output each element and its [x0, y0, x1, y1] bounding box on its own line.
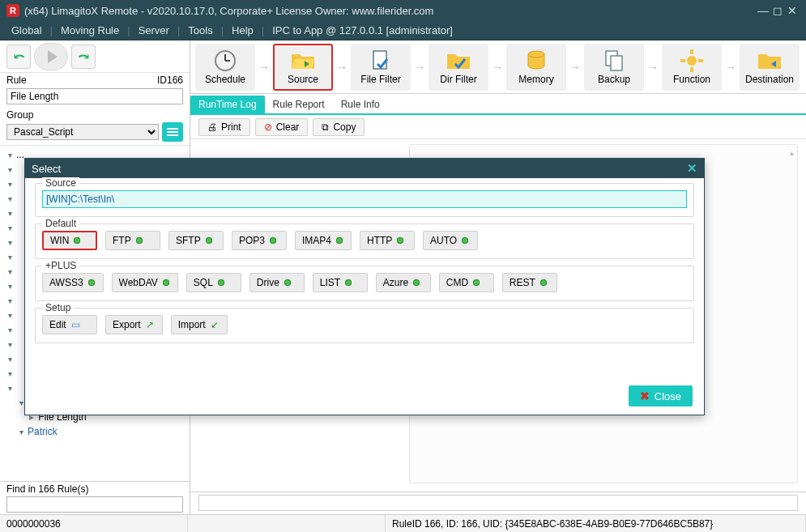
rule-id-label: ID166 — [157, 74, 183, 86]
tab-rule-info[interactable]: Rule Info — [333, 96, 388, 113]
menu-ipc[interactable]: IPC to App @ 127.0.0.1 [administrator] — [266, 24, 459, 36]
svg-rect-9 — [690, 49, 693, 54]
protocol-http-button[interactable]: HTTP — [360, 231, 415, 250]
edit-icon: ▭ — [71, 319, 80, 330]
menu-global[interactable]: Global — [5, 24, 49, 36]
tab-rule-report[interactable]: Rule Report — [265, 96, 333, 113]
status-dot-icon — [206, 237, 212, 244]
group-label: Group — [6, 109, 183, 121]
arrow-icon: → — [412, 61, 427, 74]
protocol-list-button[interactable]: LIST — [313, 273, 368, 292]
svg-rect-12 — [698, 59, 703, 62]
import-icon: ↙ — [211, 319, 219, 330]
close-x-icon: ✖ — [640, 389, 650, 402]
status-dot-icon — [163, 279, 169, 286]
protocol-webdav-button[interactable]: WebDAV — [112, 273, 178, 292]
dialog-close-button[interactable]: ✖Close — [629, 385, 693, 406]
redo-button[interactable]: ⤺ — [71, 45, 96, 69]
tool-source[interactable]: Source — [273, 44, 333, 91]
protocol-imap4-button[interactable]: IMAP4 — [295, 231, 352, 250]
tool-function[interactable]: Function — [662, 44, 722, 91]
app-icon: R — [6, 4, 19, 17]
setup-fieldset: Setup Edit▭ Export↗ Import↙ — [35, 308, 694, 343]
setup-edit-button[interactable]: Edit▭ — [42, 315, 97, 334]
source-path-input[interactable] — [42, 190, 687, 208]
protocol-drive-button[interactable]: Drive — [249, 273, 305, 292]
play-button[interactable] — [34, 43, 68, 70]
status-dot-icon — [74, 237, 80, 244]
rule-label: Rule — [6, 74, 157, 86]
scroll-up-icon[interactable]: ▴ — [790, 148, 794, 157]
tool-memory[interactable]: Memory — [506, 44, 566, 91]
status-dot-icon — [88, 279, 95, 286]
bottom-input-row — [190, 492, 806, 514]
protocol-win-button[interactable]: WIN — [42, 231, 97, 250]
arrow-icon: → — [257, 61, 271, 74]
rule-input[interactable] — [6, 88, 183, 104]
tool-destination[interactable]: Destination — [740, 44, 800, 91]
source-fieldset: Source — [35, 183, 694, 217]
protocol-rest-button[interactable]: REST — [502, 273, 557, 292]
menu-server[interactable]: Server — [132, 24, 176, 36]
menu-help[interactable]: Help — [225, 24, 260, 36]
default-legend: Default — [42, 218, 79, 229]
status-dot-icon — [270, 237, 276, 244]
status-counter: 0000000036 — [0, 515, 188, 532]
minimize-button[interactable]: — — [756, 4, 770, 17]
dialog-title: Select — [32, 163, 687, 175]
setup-export-button[interactable]: Export↗ — [105, 315, 163, 334]
window-title: (x64) LimagitoX Remote - v2020.10.17.0, … — [24, 5, 756, 17]
status-dot-icon — [462, 237, 468, 244]
setup-import-button[interactable]: Import↙ — [171, 315, 228, 334]
maximize-button[interactable]: ◻ — [770, 4, 785, 17]
find-label: Find in 166 Rule(s) — [6, 483, 183, 495]
status-dot-icon — [540, 279, 547, 286]
protocol-auto-button[interactable]: AUTO — [423, 231, 478, 250]
source-legend: Source — [42, 177, 79, 189]
tab-runtime-log[interactable]: RunTime Log — [190, 96, 265, 113]
tree-node-patrick[interactable]: ▾Patrick — [0, 424, 190, 439]
status-dot-icon — [413, 279, 420, 286]
protocol-sql-button[interactable]: SQL — [186, 273, 241, 292]
status-dot-icon — [136, 237, 143, 244]
group-select[interactable]: Pascal_Script — [6, 124, 159, 140]
group-list-button[interactable] — [162, 122, 183, 142]
clear-button[interactable]: ⊘Clear — [255, 118, 309, 136]
plus-legend: +PLUS — [42, 260, 79, 271]
find-input[interactable] — [6, 496, 183, 513]
folder-open-icon — [290, 49, 316, 72]
close-window-button[interactable]: ✕ — [785, 4, 800, 17]
menu-moving-rule[interactable]: Moving Rule — [54, 24, 126, 36]
print-button[interactable]: 🖨Print — [198, 118, 250, 136]
bottom-input[interactable] — [198, 495, 798, 511]
tool-backup[interactable]: Backup — [584, 44, 644, 91]
svg-rect-11 — [680, 59, 685, 62]
gear-icon — [679, 49, 705, 72]
log-toolbar: 🖨Print ⊘Clear ⧉Copy — [190, 115, 806, 139]
copy-button[interactable]: ⧉Copy — [313, 118, 365, 136]
media-controls: ⤺ ⤺ — [0, 40, 190, 73]
tool-file-filter[interactable]: File Filter — [351, 44, 411, 91]
protocol-cmd-button[interactable]: CMD — [439, 273, 494, 292]
menu-tools[interactable]: Tools — [181, 24, 219, 36]
dialog-close-icon[interactable]: ✕ — [687, 161, 697, 176]
svg-rect-10 — [690, 67, 693, 72]
protocol-azure-button[interactable]: Azure — [376, 273, 431, 292]
tab-row: RunTime Log Rule Report Rule Info — [190, 94, 806, 115]
protocol-ftp-button[interactable]: FTP — [105, 231, 160, 250]
tool-dir-filter[interactable]: Dir Filter — [429, 44, 488, 91]
protocol-awss3-button[interactable]: AWSS3 — [42, 273, 104, 292]
setup-legend: Setup — [42, 302, 74, 313]
status-dot-icon — [473, 279, 480, 286]
status-dot-icon — [284, 279, 291, 286]
protocol-sftp-button[interactable]: SFTP — [168, 231, 224, 250]
arrow-icon: → — [646, 61, 660, 74]
undo-button[interactable]: ⤺ — [6, 45, 31, 69]
status-dot-icon — [218, 279, 224, 286]
dialog-titlebar[interactable]: Select ✕ — [25, 159, 704, 178]
protocol-pop3-button[interactable]: POP3 — [232, 231, 287, 250]
clear-icon: ⊘ — [264, 121, 272, 133]
statusbar: 0000000036 RuleID 166, ID: 166, UID: {34… — [0, 514, 806, 532]
file-check-icon — [368, 49, 394, 72]
tool-schedule[interactable]: Schedule — [195, 44, 255, 91]
